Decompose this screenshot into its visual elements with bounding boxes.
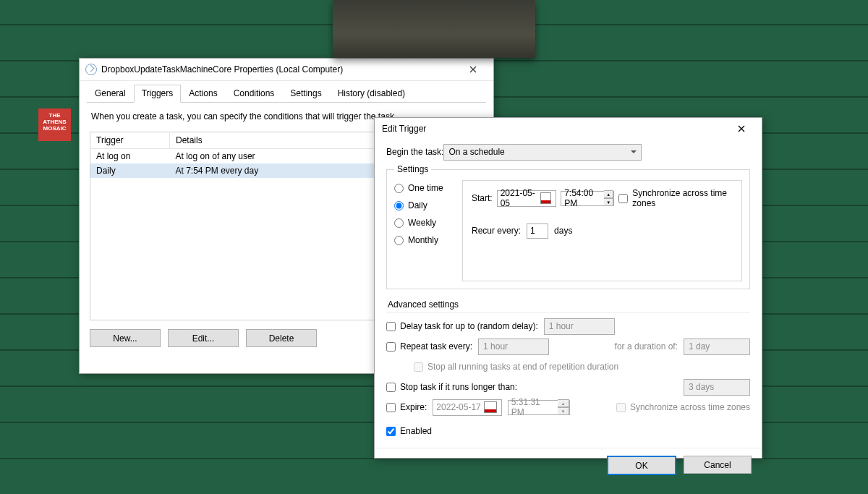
close-button[interactable] xyxy=(459,62,488,77)
stop-if-checkbox[interactable]: Stop task if it runs longer than: xyxy=(386,379,517,395)
repeat-row: Repeat task every: 1 hour for a duration… xyxy=(386,336,750,357)
begin-task-dropdown[interactable]: On a schedule xyxy=(443,144,642,161)
tab-triggers[interactable]: Triggers xyxy=(134,85,182,103)
spinner[interactable]: ▲▼ xyxy=(558,399,569,415)
tab-history[interactable]: History (disabled) xyxy=(330,85,413,103)
start-label: Start: xyxy=(472,193,493,203)
radio-daily[interactable]: Daily xyxy=(394,197,458,213)
settings-fieldset: Settings One time Daily Weekly Monthly S… xyxy=(386,164,750,289)
window-title: DropboxUpdateTaskMachineCore Properties … xyxy=(101,64,459,74)
new-button[interactable]: New... xyxy=(90,329,161,347)
titlebar[interactable]: Edit Trigger xyxy=(375,118,762,140)
tab-actions[interactable]: Actions xyxy=(181,85,225,103)
delay-checkbox[interactable]: Delay task for up to (random delay): xyxy=(386,318,538,334)
dialog-buttons: OK Cancel xyxy=(375,448,762,485)
expire-time-input[interactable]: 5:31:31 PM ▲▼ xyxy=(508,400,570,415)
stop-all-row: Stop all running tasks at end of repetit… xyxy=(386,357,750,377)
schedule-radios: One time Daily Weekly Monthly xyxy=(394,180,458,281)
sync-tz2-checkbox: Synchronize across time zones xyxy=(616,399,750,415)
ok-button[interactable]: OK xyxy=(607,456,676,475)
dialog-body: Begin the task: On a schedule Settings O… xyxy=(375,140,762,439)
duration-value-dropdown[interactable]: 1 day xyxy=(684,338,750,355)
begin-task-label: Begin the task: xyxy=(386,147,443,157)
recur-unit: days xyxy=(554,226,572,236)
task-scheduler-icon xyxy=(85,64,97,75)
settings-legend: Settings xyxy=(394,164,431,174)
radio-weekly[interactable]: Weekly xyxy=(394,215,458,231)
schedule-details: Start: 2021-05-05 7:54:00 PM ▲▼ xyxy=(462,180,742,281)
start-date-input[interactable]: 2021-05-05 xyxy=(497,190,556,207)
desktop-wallpaper: THE ATHENS MOSAIC DropboxUpdateTaskMachi… xyxy=(0,0,868,494)
cancel-button[interactable]: Cancel xyxy=(684,456,752,474)
tab-settings[interactable]: Settings xyxy=(282,85,329,103)
enabled-checkbox[interactable]: Enabled xyxy=(386,423,750,439)
delete-button[interactable]: Delete xyxy=(246,329,317,347)
titlebar[interactable]: DropboxUpdateTaskMachineCore Properties … xyxy=(80,59,493,81)
col-trigger[interactable]: Trigger xyxy=(90,132,170,149)
delay-value-dropdown[interactable]: 1 hour xyxy=(544,318,615,335)
tab-general[interactable]: General xyxy=(87,85,134,103)
stop-if-value-dropdown[interactable]: 3 days xyxy=(684,379,750,396)
calendar-icon xyxy=(540,192,551,204)
repeat-value-dropdown[interactable]: 1 hour xyxy=(478,338,549,355)
start-time-input[interactable]: 7:54:00 PM ▲▼ xyxy=(561,191,614,206)
calendar-icon xyxy=(484,401,497,413)
expire-checkbox[interactable]: Expire: xyxy=(386,399,427,415)
edit-trigger-dialog: Edit Trigger Begin the task: On a schedu… xyxy=(374,117,762,459)
delay-row: Delay task for up to (random delay): 1 h… xyxy=(386,316,750,336)
tab-conditions[interactable]: Conditions xyxy=(226,85,283,103)
tabs: General Triggers Actions Conditions Sett… xyxy=(87,84,486,103)
duration-label: for a duration of: xyxy=(615,341,678,352)
begin-task-row: Begin the task: On a schedule xyxy=(386,142,750,161)
edit-button[interactable]: Edit... xyxy=(168,329,239,347)
expire-date-input[interactable]: 2022-05-17 xyxy=(433,399,501,416)
advanced-legend: Advanced settings xyxy=(388,299,750,310)
recur-value-input[interactable]: 1 xyxy=(527,223,548,239)
stop-if-row: Stop task if it runs longer than: 3 days xyxy=(386,377,750,397)
expire-row: Expire: 2022-05-17 5:31:31 PM ▲▼ Synchro… xyxy=(386,397,750,417)
close-button[interactable] xyxy=(727,122,756,136)
stop-all-checkbox: Stop all running tasks at end of repetit… xyxy=(414,359,618,375)
wallpaper-badge: THE ATHENS MOSAIC xyxy=(38,108,71,141)
repeat-checkbox[interactable]: Repeat task every: xyxy=(386,338,472,354)
chevron-down-icon xyxy=(631,150,637,153)
spinner[interactable]: ▲▼ xyxy=(604,190,613,206)
sync-tz-checkbox[interactable]: Synchronize across time zones xyxy=(618,188,733,208)
recur-label: Recur every: xyxy=(472,226,521,236)
radio-monthly[interactable]: Monthly xyxy=(394,232,458,248)
dialog-title: Edit Trigger xyxy=(380,124,727,134)
radio-one-time[interactable]: One time xyxy=(394,180,458,196)
